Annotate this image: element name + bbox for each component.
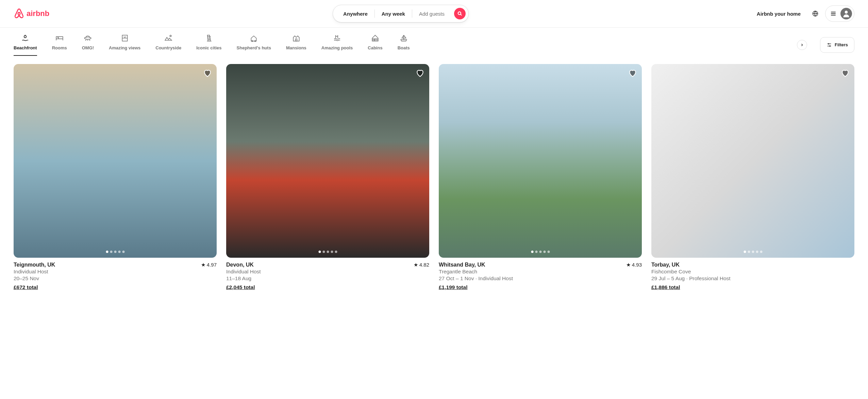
category-label: Boats xyxy=(398,45,410,50)
category-boats[interactable]: Boats xyxy=(398,34,410,56)
listing-image[interactable] xyxy=(226,64,429,258)
category-label: Amazing views xyxy=(109,45,140,50)
listing-body: Teignmouth, UK★4.97Individual Host20–25 … xyxy=(14,258,217,290)
listing-card[interactable]: Whitsand Bay, UK★4.93Tregantle Beach27 O… xyxy=(439,64,642,290)
listing-card[interactable]: Teignmouth, UK★4.97Individual Host20–25 … xyxy=(14,64,217,290)
svg-point-10 xyxy=(170,35,171,36)
logo[interactable]: airbnb xyxy=(14,8,49,19)
heart-icon xyxy=(841,69,850,78)
category-beachfront[interactable]: Beachfront xyxy=(14,34,37,56)
listing-dates: 29 Jul – 5 Aug · Professional Host xyxy=(651,275,854,282)
hamburger-icon xyxy=(830,11,836,17)
profile-menu[interactable] xyxy=(825,5,854,22)
hut-icon xyxy=(249,34,258,43)
listing-dates: 11–18 Aug xyxy=(226,275,429,282)
listing-image[interactable] xyxy=(439,64,642,258)
svg-point-6 xyxy=(845,11,848,14)
cabin-icon xyxy=(371,34,380,43)
search-when[interactable]: Any week xyxy=(375,11,412,17)
listing-title: Torbay, UK xyxy=(651,262,680,268)
category-cabins[interactable]: Cabins xyxy=(368,34,382,56)
category-mansions[interactable]: Mansions xyxy=(286,34,306,56)
search-who[interactable]: Add guests xyxy=(412,11,451,17)
category-amazing-views[interactable]: Amazing views xyxy=(109,34,140,56)
heart-icon xyxy=(416,69,424,78)
hills-icon xyxy=(164,34,173,43)
search-button[interactable] xyxy=(454,8,466,19)
svg-point-17 xyxy=(830,46,831,47)
filters-button[interactable]: Filters xyxy=(820,37,854,53)
category-iconic-cities[interactable]: Iconic cities xyxy=(196,34,221,56)
listing-subtitle: Individual Host xyxy=(14,269,217,275)
category-rooms[interactable]: Rooms xyxy=(52,34,67,56)
listing-price: £672 total xyxy=(14,284,217,290)
beach-icon xyxy=(21,34,30,43)
category-list: BeachfrontRoomsOMG!Amazing viewsCountrys… xyxy=(14,34,784,56)
airbnb-logo-icon xyxy=(14,8,24,19)
listing-title: Teignmouth, UK xyxy=(14,262,55,268)
listing-price: £1,886 total xyxy=(651,284,854,290)
host-link[interactable]: Airbnb your home xyxy=(752,7,805,21)
category-label: Cabins xyxy=(368,45,382,50)
rating-value: 4.82 xyxy=(419,262,429,268)
listing-image[interactable] xyxy=(651,64,854,258)
boat-icon xyxy=(399,34,408,43)
svg-rect-13 xyxy=(296,39,297,41)
scroll-next-button[interactable] xyxy=(797,40,807,50)
category-countryside[interactable]: Countryside xyxy=(155,34,181,56)
wishlist-button[interactable] xyxy=(841,69,850,78)
image-dots xyxy=(318,251,337,253)
listing-card[interactable]: Torbay, UKFishcombe Cove29 Jul – 5 Aug ·… xyxy=(651,64,854,290)
filters-icon xyxy=(827,42,832,48)
mansion-icon xyxy=(292,34,301,43)
listing-price: £2,045 total xyxy=(226,284,429,290)
heart-icon xyxy=(203,69,212,78)
categories-bar: BeachfrontRoomsOMG!Amazing viewsCountrys… xyxy=(0,28,868,56)
listing-card[interactable]: Devon, UK★4.82Individual Host11–18 Aug£2… xyxy=(226,64,429,290)
language-button[interactable] xyxy=(808,6,822,21)
search-icon xyxy=(457,11,462,16)
header-right: Airbnb your home xyxy=(752,5,854,22)
category-label: Beachfront xyxy=(14,45,37,50)
listing-dates: 27 Oct – 1 Nov · Individual Host xyxy=(439,275,642,282)
heart-icon xyxy=(628,69,637,78)
wishlist-button[interactable] xyxy=(203,69,212,78)
search-pill: Anywhere Any week Add guests xyxy=(333,5,469,22)
wishlist-button[interactable] xyxy=(416,69,424,78)
listing-title: Devon, UK xyxy=(226,262,254,268)
listing-price: £1,199 total xyxy=(439,284,642,290)
svg-point-7 xyxy=(24,35,27,38)
user-icon xyxy=(842,9,851,18)
category-label: Shepherd's huts xyxy=(237,45,271,50)
logo-text: airbnb xyxy=(27,9,49,18)
category-label: Mansions xyxy=(286,45,306,50)
globe-icon xyxy=(812,11,818,17)
chevron-right-icon xyxy=(800,43,804,47)
filters-label: Filters xyxy=(835,42,848,47)
category-label: Rooms xyxy=(52,45,67,50)
rating-value: 4.97 xyxy=(207,262,217,268)
category-label: Countryside xyxy=(155,45,181,50)
search-where[interactable]: Anywhere xyxy=(336,11,374,17)
category-label: Iconic cities xyxy=(196,45,221,50)
listing-dates: 20–25 Nov xyxy=(14,275,217,282)
category-amazing-pools[interactable]: Amazing pools xyxy=(321,34,353,56)
svg-point-15 xyxy=(828,43,829,44)
wishlist-button[interactable] xyxy=(628,69,637,78)
listing-subtitle: Individual Host xyxy=(226,269,429,275)
window-icon xyxy=(120,34,129,43)
category-shepherd-s-huts[interactable]: Shepherd's huts xyxy=(237,34,271,56)
category-label: OMG! xyxy=(82,45,94,50)
header: airbnb Anywhere Any week Add guests Airb… xyxy=(0,0,868,28)
listing-body: Whitsand Bay, UK★4.93Tregantle Beach27 O… xyxy=(439,258,642,290)
category-label: Amazing pools xyxy=(321,45,353,50)
listing-title: Whitsand Bay, UK xyxy=(439,262,485,268)
listing-image[interactable] xyxy=(14,64,217,258)
image-dots xyxy=(744,251,762,253)
tower-icon xyxy=(204,34,213,43)
category-omg-[interactable]: OMG! xyxy=(82,34,94,56)
star-icon: ★ xyxy=(201,262,205,268)
listings-grid: Teignmouth, UK★4.97Individual Host20–25 … xyxy=(0,56,868,299)
listing-body: Torbay, UKFishcombe Cove29 Jul – 5 Aug ·… xyxy=(651,258,854,290)
bed-icon xyxy=(55,34,64,43)
